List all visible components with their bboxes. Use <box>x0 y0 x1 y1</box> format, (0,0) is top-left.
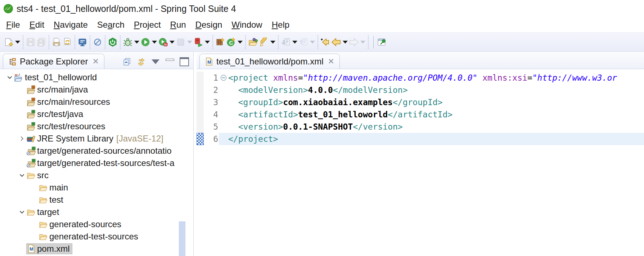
collapse-all-icon[interactable] <box>122 57 131 66</box>
stop-button[interactable] <box>175 36 193 48</box>
code-line-6[interactable]: 6</project> <box>197 133 644 145</box>
expander-spacer <box>30 220 39 229</box>
code-line-5[interactable]: 5 <version>0.0.1-SNAPSHOT</version> <box>197 121 644 133</box>
close-icon[interactable]: ✕ <box>92 58 99 66</box>
fold-column <box>219 108 228 121</box>
dropdown-arrow-icon[interactable] <box>310 41 315 44</box>
dropdown-arrow-icon[interactable] <box>152 41 157 44</box>
cursor-range-marker[interactable] <box>197 133 204 145</box>
run-button[interactable] <box>140 36 158 48</box>
menu-design[interactable]: Design <box>191 19 227 31</box>
svg-text:M: M <box>30 246 33 252</box>
menu-window[interactable]: Window <box>227 19 267 31</box>
folder-icon <box>39 183 49 192</box>
code-line-1[interactable]: 1<project xmlns="http://maven.apache.org… <box>197 72 644 84</box>
save-all-button[interactable] <box>36 36 47 48</box>
refresh-button[interactable] <box>62 36 73 48</box>
console-button[interactable] <box>77 36 88 48</box>
print-button[interactable] <box>51 36 62 48</box>
dropdown-arrow-icon[interactable] <box>205 41 210 44</box>
new-project-button[interactable] <box>215 36 226 48</box>
tree-item-generated-test-sources[interactable]: generated-test-sources <box>0 230 193 243</box>
menu-file[interactable]: File <box>1 19 25 31</box>
tree-item-src-test-resources[interactable]: src/test/resources <box>0 120 193 133</box>
tree-item-test-01-helloworld[interactable]: MJtest_01_helloworld <box>0 71 193 84</box>
chevron-down-icon[interactable] <box>17 207 27 217</box>
boot-dashboard-button[interactable] <box>107 36 118 48</box>
dropdown-arrow-icon[interactable] <box>360 41 365 44</box>
tree-item-main[interactable]: main <box>0 181 193 194</box>
code-text: <project xmlns="http://maven.apache.org/… <box>228 72 644 84</box>
menu-navigate[interactable]: Navigate <box>49 19 93 31</box>
tree-item-src-test-java[interactable]: src/test/java <box>0 108 193 120</box>
editor-tab-pom-xml[interactable]: M test_01_helloworld/pom.xml ✕ <box>199 54 340 69</box>
tree-item-src-main-java[interactable]: src/main/java <box>0 84 193 96</box>
view-menu-icon[interactable] <box>151 57 160 66</box>
expander-spacer <box>17 244 27 253</box>
highlighter-icon <box>259 37 269 47</box>
package-explorer-tab[interactable]: Package Explorer ✕ <box>3 54 104 69</box>
pkg-folder-icon <box>27 98 36 106</box>
chevron-down-icon[interactable] <box>17 171 27 180</box>
previous-annotation-button[interactable] <box>298 36 316 48</box>
menu-help[interactable]: Help <box>267 19 294 31</box>
tree-item-generated-sources[interactable]: generated-sources <box>0 218 193 230</box>
tree-item-jre-system-library[interactable]: JRE System Library[JavaSE-12] <box>0 133 193 145</box>
dropdown-arrow-icon[interactable] <box>134 41 139 44</box>
tree-item-label: src/test/java <box>37 109 83 119</box>
vertical-scrollbar[interactable] <box>179 221 185 256</box>
tree-item-test[interactable]: test <box>0 194 193 206</box>
next-annotation-button[interactable] <box>280 36 298 48</box>
open-task-button[interactable] <box>248 36 258 48</box>
last-edit-location-button[interactable] <box>320 36 331 48</box>
profile-button[interactable] <box>158 36 175 48</box>
tree-item-label: JRE System Library <box>37 134 113 144</box>
line-number: 6 <box>204 133 219 145</box>
dropdown-arrow-icon[interactable] <box>270 41 275 44</box>
tree-item-target[interactable]: target <box>0 206 193 218</box>
menu-run[interactable]: Run <box>166 19 191 31</box>
dropdown-arrow-icon[interactable] <box>170 41 175 44</box>
debug-button[interactable] <box>122 36 140 48</box>
code-line-4[interactable]: 4 <artifactId>test_01_helloworld</artifa… <box>197 108 644 121</box>
back-button[interactable] <box>331 36 348 48</box>
dropdown-arrow-icon[interactable] <box>15 41 20 44</box>
dropdown-arrow-icon[interactable] <box>343 41 348 44</box>
new-button[interactable] <box>3 36 21 48</box>
link-with-editor-icon[interactable] <box>136 57 146 66</box>
fold-collapse-icon[interactable] <box>219 72 228 84</box>
tree-item-target-generated-sources-annotatio[interactable]: target/generated-sources/annotatio <box>0 145 193 157</box>
chevron-right-icon[interactable] <box>17 134 27 143</box>
menu-search[interactable]: Search <box>93 19 129 31</box>
fold-column <box>219 133 228 145</box>
relaunch-button[interactable] <box>193 36 211 48</box>
maximize-icon[interactable] <box>180 57 189 66</box>
chevron-down-icon[interactable] <box>5 73 14 82</box>
menu-edit[interactable]: Edit <box>25 19 49 31</box>
expander-spacer <box>17 97 27 107</box>
forward-button[interactable] <box>348 36 366 48</box>
dropdown-arrow-icon[interactable] <box>238 41 243 44</box>
code-line-2[interactable]: 2 <modelVersion>4.0.0</modelVersion> <box>197 84 644 96</box>
skip-breakpoints-button[interactable] <box>92 36 103 48</box>
pin-editor-button[interactable] <box>377 36 387 48</box>
new-class-button[interactable]: C <box>226 36 243 48</box>
expander-spacer <box>30 232 39 241</box>
save-button[interactable] <box>25 36 36 48</box>
dropdown-arrow-icon[interactable] <box>187 41 192 44</box>
code-editor[interactable]: 1<project xmlns="http://maven.apache.org… <box>197 69 644 256</box>
tree-item-target-generated-test-sources-test-a[interactable]: target/generated-test-sources/test-a <box>0 157 193 169</box>
sash-divider[interactable] <box>194 52 197 256</box>
package-explorer-tabstrip: Package Explorer ✕ <box>0 52 193 69</box>
menu-project[interactable]: Project <box>129 19 166 31</box>
tree-item-pom-xml[interactable]: Mpom.xml <box>0 243 193 255</box>
selected-tree-item: Mpom.xml <box>27 244 72 254</box>
code-line-3[interactable]: 3 <groupId>com.xiaobaiai.examples</group… <box>197 96 644 108</box>
highlighter-button[interactable] <box>258 36 276 48</box>
folder-icon <box>39 196 49 204</box>
tree-item-src[interactable]: src <box>0 169 193 181</box>
minimize-icon[interactable] <box>165 57 175 66</box>
close-icon[interactable]: ✕ <box>328 58 334 66</box>
dropdown-arrow-icon[interactable] <box>292 41 297 44</box>
tree-item-src-main-resources[interactable]: src/main/resources <box>0 96 193 108</box>
